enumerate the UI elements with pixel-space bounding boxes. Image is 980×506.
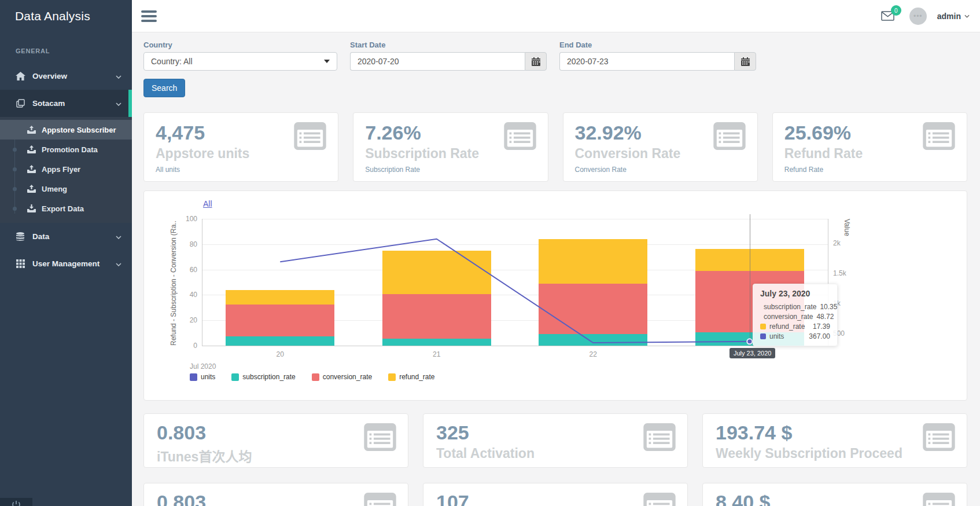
mail-badge: 0	[891, 5, 901, 16]
sidebar-item-overview[interactable]: Overview	[0, 63, 132, 90]
tooltip-series-name: subscription_rate	[764, 303, 816, 311]
stat-card-total-activation: 325 Total Activation	[423, 413, 688, 468]
sidebar-item-label: Overview	[32, 72, 67, 80]
stat-value: 325	[436, 421, 675, 444]
database-icon	[15, 232, 25, 241]
x-axis-tick-label: 21	[425, 350, 448, 358]
right-axis-tick-label: 2k	[833, 239, 841, 247]
tooltip-value: 367.00	[809, 332, 830, 340]
stat-card-conversion-rate: 32.92% Conversion Rate Conversion Rate	[563, 112, 758, 182]
stat-sublabel: All units	[156, 166, 326, 174]
power-icon	[12, 500, 21, 506]
list-icon	[294, 122, 326, 152]
tooltip-row: units 367.00	[760, 331, 830, 341]
bar-segment-conversion_rate	[226, 305, 334, 336]
grid-icon	[15, 259, 25, 268]
messages-button[interactable]: 0	[881, 8, 899, 24]
topbar: 0 ••• admin	[132, 0, 980, 32]
list-icon	[643, 493, 676, 506]
sidebar-item-label: User Management	[32, 259, 100, 268]
legend-marker	[190, 373, 197, 381]
end-date-input[interactable]	[559, 52, 734, 71]
tooltip-value: 17.39	[813, 322, 830, 331]
sidebar-item-appstore-subscriber[interactable]: Appstore Subscriber	[0, 120, 132, 140]
app-title: Data Analysis	[0, 0, 132, 32]
sidebar-item-export-data[interactable]: Export Data	[0, 199, 132, 218]
sidebar-item-apps-flyer[interactable]: Apps Flyer	[0, 159, 132, 179]
tooltip-value: 10.35	[820, 303, 837, 311]
sidebar-group-sotacam: Sotacam Appstore Subscriber Promotion Da…	[0, 90, 132, 223]
chevron-down-icon	[116, 232, 121, 241]
sidebar-subitem-label: Export Data	[42, 204, 84, 213]
left-axis-tick-label: 20	[176, 316, 197, 324]
country-select[interactable]: Country: All	[143, 52, 337, 71]
sidebar-toggle-button[interactable]	[141, 10, 157, 22]
legend-label: refund_rate	[399, 373, 434, 381]
end-date-label: End Date	[559, 41, 756, 49]
list-icon	[643, 423, 676, 453]
stats-row-1: 4,475 Appstore units All units 7.26% Sub…	[143, 112, 967, 182]
chart-tab-all[interactable]: All	[203, 199, 212, 208]
tooltip-value: 48.72	[816, 313, 834, 321]
avatar[interactable]: •••	[909, 8, 927, 25]
calendar-icon	[741, 57, 750, 66]
tooltip-marker	[760, 324, 766, 329]
user-menu[interactable]: admin	[937, 12, 970, 21]
tooltip-title: July 23, 2020	[760, 289, 830, 298]
pages-icon	[15, 99, 25, 108]
axis-pointer-label: July 23, 2020	[730, 348, 775, 358]
legend-label: conversion_rate	[323, 373, 372, 381]
x-axis-tick-label: 20	[268, 350, 292, 358]
sidebar: Data Analysis GENERAL Overview Sotacam	[0, 0, 132, 506]
bar-segment-subscription_rate	[539, 334, 647, 346]
stat-value: 107	[436, 490, 675, 506]
start-date-input[interactable]	[350, 52, 525, 71]
stat-value: 193.74 $	[716, 421, 954, 444]
bar-segment-conversion_rate	[382, 294, 491, 339]
sidebar-item-sotacam[interactable]: Sotacam	[0, 90, 132, 117]
tooltip-marker	[760, 333, 766, 339]
start-date-label: Start Date	[350, 41, 547, 49]
sidebar-subitem-label: Apps Flyer	[42, 165, 80, 174]
stat-sublabel: Subscription Rate	[365, 166, 536, 174]
legend-item-refund-rate[interactable]: refund_rate	[388, 373, 434, 381]
stat-card-subscription-rate: 7.26% Subscription Rate Subscription Rat…	[353, 112, 548, 182]
end-date-calendar-button[interactable]	[734, 52, 756, 71]
stat-value: 8.40 $	[716, 490, 954, 506]
sidebar-item-label: Data	[32, 232, 49, 241]
right-axis-title: Value	[843, 219, 851, 346]
sidebar-subitem-label: Promotion Data	[42, 145, 98, 154]
stat-card-itunes-per-capita: 0.803 iTunes首次人均	[143, 413, 408, 468]
legend-marker	[388, 373, 396, 381]
legend-item-conversion-rate[interactable]: conversion_rate	[312, 373, 372, 381]
legend-item-subscription-rate[interactable]: subscription_rate	[231, 373, 295, 381]
tooltip-row: conversion_rate 48.72	[760, 311, 830, 321]
sidebar-item-data[interactable]: Data	[0, 223, 132, 250]
sidebar-subitem-label: Appstore Subscriber	[42, 126, 116, 134]
download-icon	[27, 204, 36, 212]
sidebar-collapse-button[interactable]	[0, 498, 32, 506]
country-select-value: Country: All	[151, 57, 193, 66]
timeline-dot	[13, 148, 17, 152]
main-area: 0 ••• admin Country Country: All Search …	[132, 0, 980, 506]
bar-segment-refund_rate	[539, 239, 647, 284]
sidebar-item-user-management[interactable]: User Management	[0, 250, 132, 277]
caret-down-icon	[324, 60, 330, 63]
bar-segment-refund_rate	[226, 290, 334, 305]
stat-label: iTunes首次人均	[157, 446, 395, 465]
list-icon	[713, 122, 746, 152]
sidebar-item-promotion-data[interactable]: Promotion Data	[0, 140, 132, 159]
sidebar-item-umeng[interactable]: Umeng	[0, 179, 132, 199]
stat-card-refund-rate: 25.69% Refund Rate Refund Rate	[772, 112, 967, 182]
legend-marker	[312, 373, 319, 381]
stat-card: 0.803	[143, 483, 408, 506]
upload-icon	[27, 185, 36, 193]
left-axis-tick-label: 40	[176, 291, 197, 299]
start-date-calendar-button[interactable]	[525, 52, 547, 71]
search-button[interactable]: Search	[143, 79, 185, 97]
stat-card: 107	[423, 483, 688, 506]
tooltip-row: refund_rate 17.39	[760, 321, 830, 331]
stat-label: Total Activation	[436, 446, 675, 461]
left-axis-tick-label: 80	[176, 240, 197, 248]
legend-item-units[interactable]: units	[190, 373, 215, 381]
